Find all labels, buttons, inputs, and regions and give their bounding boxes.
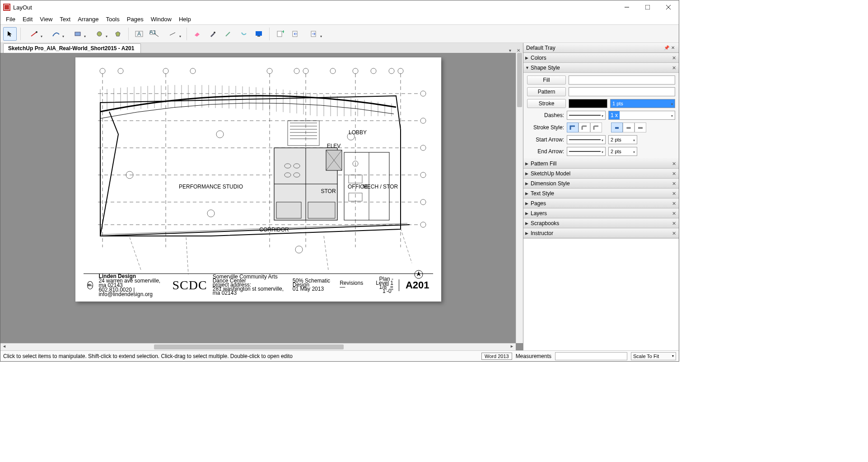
text-tool[interactable]: A [132, 27, 146, 41]
svg-line-91 [186, 237, 188, 274]
svg-point-35 [420, 118, 426, 123]
line-tool[interactable] [24, 27, 44, 41]
tray-title[interactable]: Default Tray 📌 ✕ [523, 43, 679, 53]
prev-page-button[interactable] [289, 27, 302, 41]
arc-tool[interactable] [46, 27, 66, 41]
circle-tool[interactable] [89, 27, 109, 41]
dashes-select[interactable] [567, 111, 606, 120]
menu-pages[interactable]: Pages [123, 15, 147, 24]
panel-pattern-fill[interactable]: ▶Pattern Fill✕ [523, 159, 679, 169]
dashes-label: Dashes: [527, 112, 564, 118]
panel-pages[interactable]: ▶Pages✕ [523, 198, 679, 208]
tooltip: Word 2013 [481, 353, 512, 360]
svg-rect-5 [75, 32, 80, 36]
polygon-tool[interactable] [111, 27, 125, 41]
svg-point-29 [330, 68, 336, 74]
svg-text:PERFORMANCE STUDIO: PERFORMANCE STUDIO [178, 184, 243, 190]
menu-text[interactable]: Text [56, 15, 74, 24]
tray-close-icon[interactable]: ✕ [670, 45, 676, 50]
select-tool[interactable] [3, 27, 17, 41]
svg-point-26 [267, 68, 272, 74]
join-bevel[interactable] [590, 123, 602, 132]
svg-point-38 [420, 199, 426, 205]
panel-sketchup-model[interactable]: ▶SketchUp Model✕ [523, 169, 679, 179]
join-miter[interactable] [567, 123, 579, 132]
close-button[interactable] [658, 0, 679, 14]
shape-style-body: Fill Pattern Stroke 1 pts Dashes: 1 x [523, 73, 679, 159]
horizontal-scrollbar[interactable] [0, 343, 516, 350]
svg-line-92 [324, 236, 328, 270]
tab-close[interactable]: ✕ [514, 48, 523, 53]
fill-toggle[interactable]: Fill [527, 75, 566, 85]
project-code: SCDC [173, 278, 207, 292]
start-arrow-size[interactable]: 2 pts [608, 135, 637, 144]
vertical-scrollbar[interactable] [516, 53, 523, 343]
start-arrow-select[interactable] [567, 135, 606, 144]
svg-point-28 [303, 68, 308, 74]
menu-view[interactable]: View [36, 15, 56, 24]
cap-flat[interactable] [611, 123, 623, 132]
split-tool[interactable] [221, 27, 235, 41]
svg-point-6 [97, 32, 102, 36]
fill-swatch[interactable] [569, 75, 675, 85]
menu-help[interactable]: Help [175, 15, 195, 24]
minimize-button[interactable] [616, 0, 637, 14]
panel-instructor[interactable]: ▶Instructor✕ [523, 228, 679, 238]
svg-point-33 [398, 68, 403, 74]
menu-arrange[interactable]: Arrange [74, 15, 102, 24]
end-arrow-label: End Arrow: [527, 148, 564, 155]
document-tabbar: SketchUp Pro_AIA_Real-World_Short2015 - … [0, 43, 523, 53]
svg-rect-56 [276, 202, 301, 218]
pin-icon[interactable]: 📌 [663, 45, 670, 50]
menu-file[interactable]: File [2, 15, 19, 24]
eraser-tool[interactable] [191, 27, 204, 41]
panel-layers[interactable]: ▶Layers✕ [523, 208, 679, 218]
svg-point-25 [190, 68, 196, 74]
drawing-page[interactable]: PERFORMANCE STUDIO CORRIDOR STOR ELEV OF… [75, 57, 441, 302]
panel-colors[interactable]: ▶Colors✕ [523, 53, 679, 63]
dimension-tool[interactable]: * [163, 27, 183, 41]
panel-text-style[interactable]: ▶Text Style✕ [523, 189, 679, 198]
maximize-button[interactable] [637, 0, 658, 14]
label-tool[interactable]: A1 [148, 27, 161, 41]
next-page-button[interactable] [304, 27, 324, 41]
measurements-input[interactable] [555, 352, 627, 360]
svg-point-31 [371, 68, 376, 74]
end-arrow-size[interactable]: 2 pts [608, 147, 637, 156]
cap-square[interactable] [635, 123, 646, 132]
menu-edit[interactable]: Edit [19, 15, 36, 24]
end-arrow-select[interactable] [567, 147, 606, 156]
main-area: SketchUp Pro_AIA_Real-World_Short2015 - … [0, 43, 523, 350]
rectangle-tool[interactable] [68, 27, 88, 41]
menu-tools[interactable]: Tools [102, 15, 123, 24]
statusbar: Click to select items to manipulate. Shi… [0, 350, 679, 361]
svg-point-34 [420, 91, 426, 96]
join-round[interactable] [579, 123, 590, 132]
svg-point-24 [163, 68, 168, 74]
join-tool[interactable] [237, 27, 250, 41]
panel-scrapbooks[interactable]: ▶Scrapbooks✕ [523, 218, 679, 228]
svg-point-80 [216, 131, 224, 138]
panel-dimension-style[interactable]: ▶Dimension Style✕ [523, 179, 679, 189]
document-tab[interactable]: SketchUp Pro_AIA_Real-World_Short2015 - … [3, 43, 141, 53]
stroke-toggle[interactable]: Stroke [527, 99, 566, 108]
svg-point-30 [353, 68, 358, 74]
stroke-color[interactable] [569, 99, 607, 108]
stroke-width-select[interactable]: 1 pts [610, 99, 675, 108]
menu-window[interactable]: Window [147, 15, 175, 24]
presentation-tool[interactable] [252, 27, 266, 41]
zoom-select[interactable]: Scale To Fit [631, 352, 676, 360]
menubar: File Edit View Text Arrange Tools Pages … [0, 14, 679, 25]
svg-point-79 [295, 246, 303, 253]
panel-shape-style[interactable]: ▼Shape Style✕ [523, 63, 679, 73]
canvas[interactable]: PERFORMANCE STUDIO CORRIDOR STOR ELEV OF… [0, 53, 516, 343]
app-title: LayOut [13, 4, 616, 11]
svg-rect-17 [257, 36, 260, 37]
add-page-button[interactable]: + [273, 27, 287, 41]
pattern-swatch[interactable] [569, 87, 675, 96]
dash-scale-select[interactable]: 1 x [608, 111, 675, 120]
tab-dropdown[interactable]: ▾ [506, 48, 514, 53]
pattern-toggle[interactable]: Pattern [527, 87, 566, 96]
style-eyedropper-tool[interactable] [206, 27, 219, 41]
cap-round[interactable] [623, 123, 635, 132]
